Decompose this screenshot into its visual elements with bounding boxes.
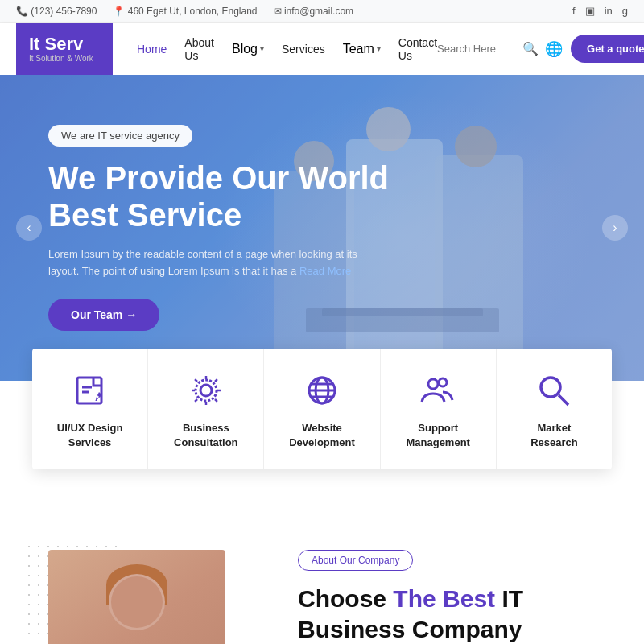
logo-title: It Serv	[29, 35, 100, 54]
web-icon	[303, 371, 341, 410]
address-info: 📍 460 Eget Ut, London, England	[113, 6, 257, 17]
main-nav: Home About Us Blog Services Team Contact…	[137, 36, 437, 62]
services-strip: UI/UX DesignServices BusinessConsultatio…	[32, 349, 612, 469]
phone-info: 📞 (123) 456-7890	[16, 6, 97, 17]
globe-icon[interactable]: 🌐	[545, 40, 563, 58]
svg-line-13	[559, 395, 568, 405]
hero-description: Lorem Ipsum by the readable content of a…	[48, 246, 386, 280]
service-market-label: MarketResearch	[510, 421, 599, 450]
service-support[interactable]: SupportManagement	[381, 349, 497, 469]
nav-services[interactable]: Services	[282, 43, 325, 56]
email-info: ✉ info@gmail.com	[274, 6, 354, 17]
service-support-label: SupportManagement	[394, 421, 483, 450]
search-area: 🔍	[437, 41, 539, 56]
logo-sub: It Solution & Work	[29, 54, 100, 63]
nav-about[interactable]: About Us	[184, 36, 214, 62]
service-uiux[interactable]: UI/UX DesignServices	[32, 349, 148, 469]
service-business-label: BusinessConsultation	[161, 421, 250, 450]
hero-section: ‹ We are IT service agency We Provide Ou…	[0, 75, 644, 381]
search-input[interactable]	[437, 43, 518, 55]
about-tag: About Our Company	[298, 550, 413, 571]
svg-point-3	[200, 385, 212, 396]
logo[interactable]: It Serv It Solution & Work	[16, 23, 113, 75]
person-head	[109, 574, 165, 630]
hero-prev-button[interactable]: ‹	[16, 215, 42, 241]
hero-title: We Provide Our World Best Service	[48, 159, 389, 233]
search-icon	[535, 371, 573, 410]
svg-point-10	[428, 379, 438, 389]
topbar-left: 📞 (123) 456-7890 📍 460 Eget Ut, London, …	[16, 6, 353, 17]
svg-point-12	[541, 378, 560, 397]
quote-button[interactable]: Get a quote now →	[571, 35, 644, 63]
users-icon	[419, 371, 457, 410]
hero-tag: We are IT service agency	[48, 125, 192, 147]
about-image	[48, 550, 225, 644]
svg-point-11	[439, 378, 447, 386]
google-icon[interactable]: g	[622, 5, 628, 17]
about-image-side	[32, 550, 258, 644]
nav-contact[interactable]: Contact Us	[398, 36, 437, 62]
service-business[interactable]: BusinessConsultation	[148, 349, 264, 469]
header: It Serv It Solution & Work Home About Us…	[0, 23, 644, 75]
edit-icon	[71, 371, 109, 410]
svg-point-4	[196, 380, 217, 401]
service-website-label: WebsiteDevelopment	[277, 421, 366, 450]
about-section: About Our Company Choose The Best ITBusi…	[0, 502, 644, 644]
nav-home[interactable]: Home	[137, 43, 167, 56]
gear-icon	[187, 371, 225, 410]
social-icons: f ▣ in g	[572, 5, 628, 17]
nav-team[interactable]: Team	[343, 42, 381, 56]
our-team-button[interactable]: Our Team →	[48, 299, 159, 331]
hero-next-button[interactable]: ›	[602, 215, 628, 241]
linkedin-icon[interactable]: in	[605, 5, 613, 17]
topbar: 📞 (123) 456-7890 📍 460 Eget Ut, London, …	[0, 0, 644, 23]
service-market[interactable]: MarketResearch	[497, 349, 612, 469]
about-title: Choose The Best ITBusiness Company	[298, 584, 612, 644]
service-uiux-label: UI/UX DesignServices	[45, 421, 134, 450]
service-website[interactable]: WebsiteDevelopment	[264, 349, 380, 469]
hero-content: We are IT service agency We Provide Our …	[0, 125, 437, 332]
search-icon[interactable]: 🔍	[522, 41, 539, 56]
facebook-icon[interactable]: f	[572, 5, 576, 17]
instagram-icon[interactable]: ▣	[585, 5, 595, 17]
read-more-link[interactable]: Read More	[299, 265, 351, 277]
nav-blog[interactable]: Blog	[232, 42, 264, 56]
about-content: About Our Company Choose The Best ITBusi…	[298, 550, 612, 644]
svg-rect-0	[77, 378, 101, 403]
header-icons: 🌐	[545, 40, 563, 58]
